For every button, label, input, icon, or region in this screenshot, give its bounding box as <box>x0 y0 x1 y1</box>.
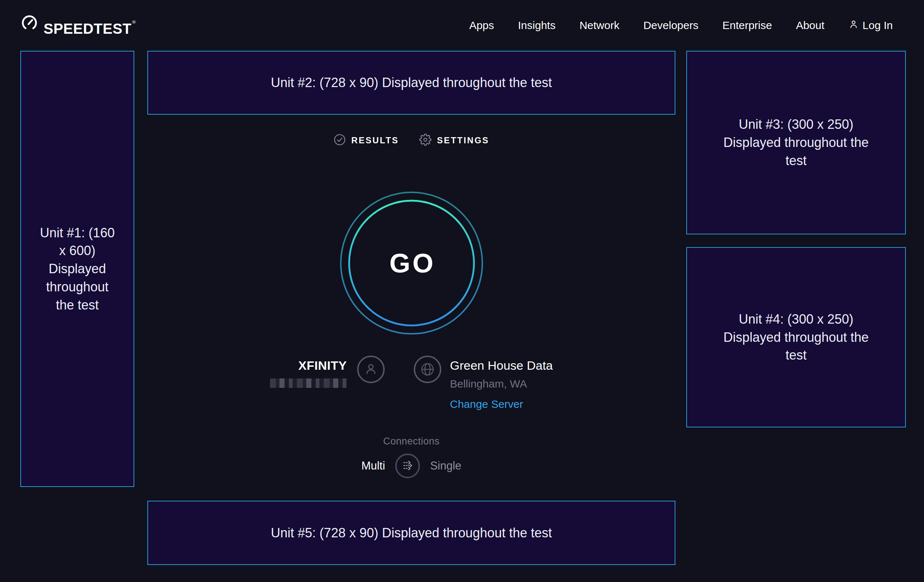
main-nav: Apps Insights Network Developers Enterpr… <box>469 19 893 32</box>
isp-name: XFINITY <box>298 358 347 373</box>
check-circle-icon <box>333 134 346 147</box>
go-button[interactable]: GO <box>339 191 484 336</box>
tab-results-label: RESULTS <box>351 135 399 145</box>
ad-unit-5-text: Unit #5: (728 x 90) Displayed throughout… <box>271 524 552 542</box>
brand-name: SPEEDTEST® <box>43 13 136 38</box>
left-rail: Unit #1: (160 x 600) Displayed throughou… <box>20 51 134 487</box>
nav-item-enterprise[interactable]: Enterprise <box>722 19 772 31</box>
trademark-symbol: ® <box>132 19 136 25</box>
tab-settings[interactable]: SETTINGS <box>419 134 489 147</box>
speedtest-logo[interactable]: SPEEDTEST® <box>20 13 136 38</box>
ad-unit-3: Unit #3: (300 x 250) Displayed throughou… <box>686 51 906 234</box>
gear-icon <box>419 134 432 147</box>
center-column: Unit #2: (728 x 90) Displayed throughout… <box>147 51 675 565</box>
connections-toggle-row: Multi Single <box>147 453 675 478</box>
multi-stream-arrows-icon <box>399 457 416 475</box>
login-button[interactable]: Log In <box>848 19 893 32</box>
person-icon <box>848 19 859 32</box>
isp-block: XFINITY <box>270 358 347 388</box>
ad-unit-4-text: Unit #4: (300 x 250) Displayed throughou… <box>718 310 874 364</box>
isp-id-redacted <box>270 378 347 388</box>
server-name: Green House Data <box>450 358 553 373</box>
nav-item-apps[interactable]: Apps <box>469 19 494 31</box>
server-location: Bellingham, WA <box>450 378 527 390</box>
nav-item-developers[interactable]: Developers <box>644 19 699 31</box>
ad-unit-2-text: Unit #2: (728 x 90) Displayed throughout… <box>271 74 552 92</box>
tabs-row: RESULTS SETTINGS <box>147 134 675 147</box>
speedtest-gauge-icon <box>20 13 38 33</box>
connections-toggle-button[interactable] <box>395 453 420 478</box>
person-circle-icon <box>357 356 385 383</box>
connections-label: Connections <box>147 436 675 447</box>
tab-results[interactable]: RESULTS <box>333 134 399 147</box>
ad-unit-4: Unit #4: (300 x 250) Displayed throughou… <box>686 247 906 427</box>
right-rail: Unit #3: (300 x 250) Displayed throughou… <box>686 51 906 427</box>
change-server-link[interactable]: Change Server <box>450 398 523 411</box>
provider-server-row: XFINITY Green House Data Bellingham, WA <box>147 356 675 411</box>
server-block: Green House Data Bellingham, WA Change S… <box>450 358 553 411</box>
nav-item-about[interactable]: About <box>796 19 824 31</box>
connections-option-single[interactable]: Single <box>430 459 461 472</box>
page-layout: Unit #1: (160 x 600) Displayed throughou… <box>0 51 924 582</box>
top-nav-bar: SPEEDTEST® Apps Insights Network Develop… <box>0 0 924 51</box>
nav-item-network[interactable]: Network <box>579 19 619 31</box>
ad-unit-3-text: Unit #3: (300 x 250) Displayed throughou… <box>718 115 874 170</box>
nav-item-insights[interactable]: Insights <box>518 19 555 31</box>
ad-unit-1: Unit #1: (160 x 600) Displayed throughou… <box>20 51 134 487</box>
tab-settings-label: SETTINGS <box>437 135 489 145</box>
ad-unit-2: Unit #2: (728 x 90) Displayed throughout… <box>147 51 675 115</box>
ad-unit-5: Unit #5: (728 x 90) Displayed throughout… <box>147 501 675 565</box>
globe-icon <box>414 356 441 383</box>
ad-unit-1-text: Unit #1: (160 x 600) Displayed throughou… <box>37 224 117 314</box>
connections-option-multi[interactable]: Multi <box>361 459 385 472</box>
go-button-label: GO <box>339 191 484 336</box>
